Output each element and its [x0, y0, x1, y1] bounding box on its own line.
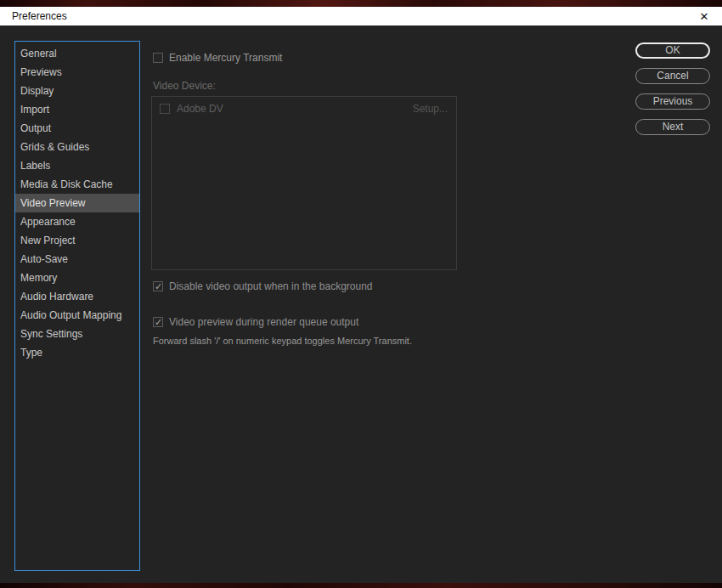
sidebar-item-audio-output-mapping[interactable]: Audio Output Mapping	[15, 306, 139, 325]
enable-mercury-transmit-label: Enable Mercury Transmit	[169, 52, 282, 64]
sidebar-item-output[interactable]: Output	[15, 119, 139, 138]
background-app-strip-bottom	[0, 583, 722, 588]
sidebar-item-new-project[interactable]: New Project	[15, 231, 139, 250]
sidebar-item-type[interactable]: Type	[15, 343, 139, 362]
ok-button[interactable]: OK	[635, 42, 710, 59]
sidebar-item-media-disk-cache[interactable]: Media & Disk Cache	[15, 175, 139, 194]
disable-video-output-label: Disable video output when in the backgro…	[169, 280, 373, 292]
video-device-label: Video Device:	[153, 80, 216, 92]
preferences-dialog: General Previews Display Import Output G…	[0, 25, 722, 583]
sidebar-item-memory[interactable]: Memory	[15, 269, 139, 287]
setup-button[interactable]: Setup...	[413, 103, 448, 115]
close-icon[interactable]: ✕	[690, 7, 719, 25]
sidebar-item-display[interactable]: Display	[15, 82, 139, 100]
sidebar-item-appearance[interactable]: Appearance	[15, 212, 139, 231]
sidebar: General Previews Display Import Output G…	[14, 41, 140, 571]
background-app-strip-top	[0, 0, 722, 7]
next-button[interactable]: Next	[635, 119, 710, 135]
sidebar-item-video-preview[interactable]: Video Preview	[15, 194, 139, 212]
checkbox-icon	[153, 317, 163, 327]
disable-video-output-checkbox[interactable]: Disable video output when in the backgro…	[153, 280, 373, 292]
sidebar-item-grids-guides[interactable]: Grids & Guides	[15, 138, 139, 156]
previous-button[interactable]: Previous	[635, 93, 710, 110]
device-name: Adobe DV	[177, 103, 223, 115]
mercury-transmit-note: Forward slash '/' on numeric keypad togg…	[153, 336, 412, 346]
video-device-list: Adobe DV Setup...	[151, 96, 457, 270]
checkbox-icon	[153, 281, 163, 291]
titlebar: Preferences ✕	[0, 7, 722, 25]
screen: Preferences ✕ General Previews Display I…	[0, 0, 722, 588]
sidebar-item-import[interactable]: Import	[15, 100, 139, 119]
sidebar-item-sync-settings[interactable]: Sync Settings	[15, 325, 139, 343]
sidebar-item-labels[interactable]: Labels	[15, 156, 139, 175]
cancel-button[interactable]: Cancel	[635, 68, 710, 84]
sidebar-item-audio-hardware[interactable]: Audio Hardware	[15, 287, 139, 306]
enable-mercury-transmit-checkbox[interactable]: Enable Mercury Transmit	[153, 52, 282, 64]
sidebar-item-previews[interactable]: Previews	[15, 63, 139, 82]
window-title: Preferences	[12, 10, 67, 22]
render-queue-preview-checkbox[interactable]: Video preview during render queue output	[153, 316, 358, 328]
checkbox-icon	[153, 53, 163, 63]
checkbox-icon[interactable]	[160, 104, 170, 114]
device-row-adobe-dv[interactable]: Adobe DV Setup...	[152, 97, 456, 115]
sidebar-item-auto-save[interactable]: Auto-Save	[15, 250, 139, 269]
sidebar-item-general[interactable]: General	[15, 44, 139, 63]
render-queue-preview-label: Video preview during render queue output	[169, 316, 358, 328]
